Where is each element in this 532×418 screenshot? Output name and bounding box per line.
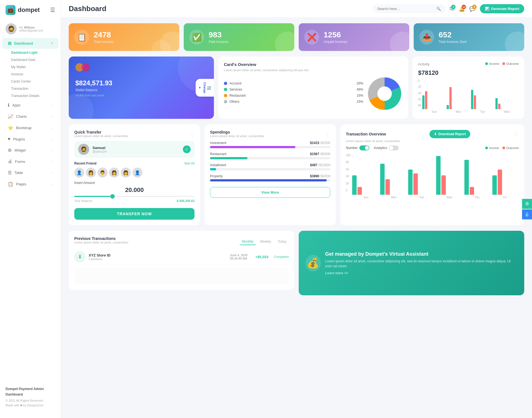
- tab-monthly[interactable]: Monthly: [240, 239, 256, 245]
- tab-weekly[interactable]: Weekly: [258, 239, 273, 245]
- submenu-item-dashboard-dark[interactable]: Dashboard Dark: [6, 56, 61, 63]
- spending-amounts: $487 /$10000: [310, 163, 330, 167]
- sidebar-item-table[interactable]: ☰ Table ›: [2, 167, 58, 178]
- spending-name: Investment: [210, 141, 226, 145]
- submenu-item-transaction[interactable]: Transaction: [6, 85, 61, 92]
- chevron-down-icon: ▾: [51, 42, 53, 45]
- friend-avatar[interactable]: 👤: [74, 168, 84, 178]
- tx-overview-subtitle: Lorem ipsum dolor sit amet, consectetur: [346, 139, 519, 143]
- logo-icon: 💼: [6, 5, 16, 15]
- plugins-icon: ♥: [8, 137, 11, 142]
- number-toggle-label: Number: [346, 146, 358, 150]
- view-more-button[interactable]: View More: [210, 187, 330, 198]
- selected-contact[interactable]: 🧔 Samuel @sam224 ✓: [74, 141, 195, 158]
- download-report-button[interactable]: ⬇ Download Report: [429, 130, 470, 138]
- wallet-change-button[interactable]: 🔄 Change ▾: [196, 79, 214, 96]
- outcome-bar: [357, 187, 362, 195]
- friend-avatar[interactable]: 👩: [109, 168, 119, 178]
- analytics-toggle-switch[interactable]: [389, 145, 399, 150]
- outcome-bar: [498, 104, 500, 109]
- slider-thumb[interactable]: [110, 194, 115, 199]
- sidebar-item-pages[interactable]: 📋 Pages ›: [2, 179, 58, 189]
- wallet-circle-2: [81, 63, 90, 71]
- submenu-item-transaction-details[interactable]: Transaction Details: [6, 92, 61, 99]
- notification-icon-btn[interactable]: 🔔 12: [459, 6, 465, 12]
- sidebar-item-charts[interactable]: 📈 Charts ›: [2, 111, 58, 122]
- income-bar: [352, 175, 357, 195]
- va-learn-more-link[interactable]: Learn more >>: [325, 271, 348, 275]
- activity-header: Activity Income Outcome: [418, 62, 519, 68]
- friend-avatar[interactable]: 👩: [86, 168, 96, 178]
- charts-icon: 📈: [8, 114, 13, 119]
- search-box: 🔍: [373, 5, 445, 13]
- quick-transfer-title: Quick Transfer: [74, 130, 129, 134]
- footer-made-with: Made with ♥ by DesignZone: [6, 403, 55, 408]
- total-invoices-icon: 📋: [74, 30, 89, 45]
- more-options-icon[interactable]: ⋮: [325, 132, 330, 139]
- submenu-item-dashboard-light[interactable]: Dashboard Light: [6, 49, 61, 56]
- tx-y-axis: 0 20 40 60 80 100: [346, 154, 351, 193]
- legend-dot-services: [224, 88, 227, 91]
- tx-amount: +$5,553: [255, 255, 268, 259]
- see-all-link[interactable]: See All: [184, 161, 195, 165]
- friend-avatar[interactable]: 👨: [98, 168, 108, 178]
- spending-name: Restaurant: [210, 152, 226, 156]
- submenu-item-invoices[interactable]: Invoices: [6, 71, 61, 78]
- stat-card-total-sent: 📤 652 Total Invoices Sent: [414, 23, 524, 51]
- spending-top: Property $3890 /$4000: [210, 174, 330, 178]
- chart-labels: SunMonTueWed: [422, 110, 519, 113]
- search-input[interactable]: [377, 7, 434, 11]
- outcome-bar: [441, 175, 446, 195]
- sidebar-item-apps[interactable]: ℹ Apps ›: [2, 100, 58, 111]
- cards-overview-card: Card's Overview Lorem ipsum dolor sit am…: [218, 57, 408, 119]
- water-float-button[interactable]: 💧: [522, 209, 532, 219]
- more-options-icon[interactable]: ⋮: [514, 131, 519, 137]
- outcome-legend: Outcome: [502, 146, 519, 150]
- spending-bar-fill: [210, 146, 295, 148]
- settings-float-button[interactable]: ⚙: [522, 199, 532, 209]
- dashboard-icon: ⊞: [8, 41, 11, 46]
- avatar: 🧔: [6, 23, 17, 34]
- chevron-right-icon: ›: [52, 137, 53, 141]
- sidebar-footer: Dompet Payment Admin Dashboard © 2021 Al…: [0, 382, 61, 412]
- paid-invoices-icon: ✅: [189, 30, 204, 45]
- sidebar-item-forms[interactable]: 🖨 Forms ›: [2, 156, 58, 167]
- spending-item: Installment $487 /$10000: [210, 163, 330, 170]
- sidebar-item-plugins[interactable]: ♥ Plugins ›: [2, 134, 58, 144]
- middle-row: $824,571.93 Wallet Balance +0,8% than la…: [69, 57, 524, 119]
- more-options-icon[interactable]: ⋮: [190, 132, 195, 139]
- sidebar-item-bootstrap[interactable]: ⭐ Bootstrap ›: [2, 122, 58, 133]
- friend-avatar[interactable]: 👩: [121, 168, 131, 178]
- message-icon-btn[interactable]: 💬 5: [469, 6, 475, 12]
- stat-card-info: 1256 Unpaid Invoices: [324, 30, 347, 44]
- slider-fill: [74, 196, 110, 197]
- income-bar: [471, 90, 473, 109]
- outcome-bar: [474, 95, 476, 109]
- transfer-now-button[interactable]: TRANSFER NOW: [74, 208, 195, 220]
- bar-day-label: Thu: [463, 196, 491, 199]
- tx-overview-header: Transaction Overview ⬇ Download Report ⋮: [346, 130, 519, 138]
- tab-today[interactable]: Today: [275, 239, 289, 245]
- spendings-title: Spendings: [210, 130, 264, 134]
- paid-invoices-value: 983: [209, 30, 228, 39]
- number-toggle-switch[interactable]: [359, 145, 369, 150]
- spending-amounts: $3890 /$4000: [310, 174, 330, 178]
- va-title: Get managed by Dompet's Virtual Assistan…: [325, 251, 518, 257]
- hamburger-icon[interactable]: ☰: [50, 7, 55, 13]
- bootstrap-icon: ⭐: [8, 125, 13, 130]
- legend-dot-restaurant: [224, 94, 227, 97]
- submenu-item-my-wallet[interactable]: My Wallet: [6, 63, 61, 71]
- sidebar-item-dashboard[interactable]: ⊞ Dashboard ▾: [2, 38, 58, 49]
- outcome-bar: [413, 173, 418, 195]
- friend-avatar[interactable]: 👤: [132, 168, 142, 178]
- submenu-item-cards-center[interactable]: Cards Center: [6, 78, 61, 85]
- spendings-header: Spendings Lorem ipsum dolor sit amet, co…: [210, 130, 330, 141]
- total-sent-icon: 📤: [419, 30, 434, 45]
- generate-report-button[interactable]: 📊 Generate Report: [480, 4, 524, 13]
- legend-label-services: Services: [229, 88, 354, 91]
- dashboard-submenu: Dashboard Light Dashboard Dark My Wallet…: [0, 49, 61, 99]
- cart-icon-btn[interactable]: 🛍 2: [449, 6, 454, 12]
- bar-chart-area: SunMonTueWed: [422, 79, 519, 113]
- previous-transactions-card: Previous Transactions Lorem ipsum dolor …: [69, 231, 294, 290]
- sidebar-item-widget[interactable]: ⚙ Widget ›: [2, 145, 58, 156]
